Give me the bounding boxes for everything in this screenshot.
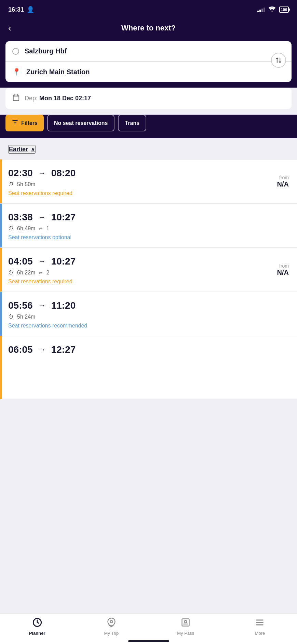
arrow-icon: → [38, 213, 46, 222]
arrow-icon: → [38, 257, 46, 266]
clock-icon: ⏱ [8, 270, 14, 276]
arrive-time: 10:27 [51, 212, 76, 223]
journey-meta: ⏱ 5h 50m [8, 181, 289, 188]
price-value: N/A [277, 180, 289, 188]
back-button[interactable]: ‹ [8, 23, 11, 33]
duration: 6h 22m [17, 270, 35, 276]
price-info: from N/A [277, 263, 289, 276]
transfers-count: 1 [46, 226, 49, 232]
svg-rect-0 [13, 95, 19, 101]
filters-button[interactable]: Filters [5, 115, 44, 131]
reservation-status: Seat reservations optional [8, 234, 289, 241]
depart-time: 03:38 [8, 212, 33, 223]
reservation-status: Seat reservations recommended [8, 323, 289, 329]
destination-field[interactable]: Zurich Main Station [26, 68, 90, 76]
nav-more[interactable]: More [246, 618, 273, 636]
destination-row[interactable]: 📍 Zurich Main Station [5, 62, 292, 82]
status-time: 16:31 👤 [8, 6, 34, 13]
status-bar: 16:31 👤 100 [0, 0, 297, 18]
duration: 6h 49m [17, 226, 35, 232]
arrive-time: 10:27 [51, 256, 76, 267]
page-title: Where to next? [121, 24, 176, 33]
header: ‹ Where to next? [0, 18, 297, 41]
arrive-time: 08:20 [51, 168, 76, 179]
no-seat-reservations-button[interactable]: No seat reservations [47, 115, 114, 131]
depart-time: 06:05 [8, 344, 33, 355]
calendar-icon [12, 94, 20, 103]
swap-button[interactable] [271, 53, 286, 68]
bottom-nav: Planner My Trip My Pass [0, 613, 297, 644]
transfer-icon: ⇌ [39, 226, 43, 231]
wifi-icon [268, 6, 276, 13]
filter-icon [12, 119, 18, 127]
journey-meta: ⏱ 6h 49m ⇌ 1 [8, 226, 289, 232]
origin-row[interactable]: Salzburg Hbf [5, 41, 292, 62]
duration: 5h 50m [17, 181, 35, 188]
journey-times: 04:05 → 10:27 [8, 256, 289, 267]
filter-bar: Filters No seat reservations Trans [0, 115, 297, 138]
nav-my-pass[interactable]: My Pass [172, 618, 199, 636]
nav-planner-label: Planner [29, 631, 45, 636]
transfer-icon: ⇌ [39, 270, 43, 275]
origin-field[interactable]: Salzburg Hbf [25, 47, 67, 55]
price-from-label: from [277, 175, 289, 180]
earlier-bar: Earlier ∧ [0, 138, 297, 159]
nav-planner[interactable]: Planner [24, 618, 51, 636]
home-indicator [128, 640, 169, 642]
arrow-icon: → [38, 301, 46, 310]
arrive-time: 11:20 [51, 300, 76, 311]
svg-point-10 [185, 620, 187, 623]
journey-times: 06:05 → 12:27 [8, 344, 289, 355]
clock-icon: ⏱ [8, 181, 14, 188]
search-container: Salzburg Hbf 📍 Zurich Main Station [0, 41, 297, 88]
date-display: Dep: Mon 18 Dec 02:17 [25, 95, 91, 102]
earlier-button[interactable]: Earlier ∧ [8, 145, 36, 154]
passport-nav-icon [181, 618, 190, 629]
content-area: Earlier ∧ 02:30 → 08:20 ⏱ 5h 50m Seat re… [0, 138, 297, 434]
depart-time: 04:05 [8, 256, 33, 267]
clock-icon: ⏱ [8, 226, 14, 232]
nav-my-pass-label: My Pass [177, 631, 194, 636]
status-icons: 100 [257, 6, 289, 13]
origin-icon [12, 48, 19, 55]
reservation-status: Seat reservations required [8, 279, 289, 285]
journey-card[interactable]: 06:05 → 12:27 [0, 336, 297, 399]
user-icon: 👤 [27, 6, 34, 13]
clock-icon: ⏱ [8, 314, 14, 320]
journey-card[interactable]: 03:38 → 10:27 ⏱ 6h 49m ⇌ 1 Seat reservat… [0, 204, 297, 248]
journey-times: 03:38 → 10:27 [8, 212, 289, 223]
date-picker[interactable]: Dep: Mon 18 Dec 02:17 [5, 88, 292, 109]
journey-meta: ⏱ 5h 24m [8, 314, 289, 320]
nav-my-trip[interactable]: My Trip [98, 618, 125, 636]
journey-card[interactable]: 04:05 → 10:27 ⏱ 6h 22m ⇌ 2 Seat reservat… [0, 248, 297, 292]
arrow-icon: → [38, 169, 46, 178]
transfers-button[interactable]: Trans [118, 115, 146, 131]
signal-icon [257, 7, 265, 12]
map-pin-nav-icon [107, 618, 116, 629]
depart-time: 05:56 [8, 300, 33, 311]
arrive-time: 12:27 [51, 344, 76, 355]
nav-my-trip-label: My Trip [104, 631, 119, 636]
journey-times: 05:56 → 11:20 [8, 300, 289, 311]
battery-icon: 100 [279, 7, 289, 13]
journey-card[interactable]: 05:56 → 11:20 ⏱ 5h 24m Seat reservations… [0, 292, 297, 336]
search-box: Salzburg Hbf 📍 Zurich Main Station [5, 41, 292, 82]
clock-nav-icon [32, 618, 42, 629]
destination-icon: 📍 [12, 68, 21, 76]
chevron-up-icon: ∧ [31, 146, 35, 153]
menu-nav-icon [255, 618, 265, 629]
price-from-label: from [277, 263, 289, 269]
depart-time: 02:30 [8, 168, 33, 179]
duration: 5h 24m [17, 314, 35, 320]
transfers-count: 2 [46, 270, 49, 276]
journey-times: 02:30 → 08:20 [8, 168, 289, 179]
reservation-status: Seat reservations required [8, 190, 289, 196]
svg-point-8 [110, 620, 112, 623]
nav-more-label: More [255, 631, 265, 636]
arrow-icon: → [38, 345, 46, 354]
price-info: from N/A [277, 175, 289, 188]
journey-meta: ⏱ 6h 22m ⇌ 2 [8, 270, 289, 276]
time-display: 16:31 [8, 6, 24, 13]
price-value: N/A [277, 269, 289, 276]
journey-card[interactable]: 02:30 → 08:20 ⏱ 5h 50m Seat reservations… [0, 159, 297, 204]
